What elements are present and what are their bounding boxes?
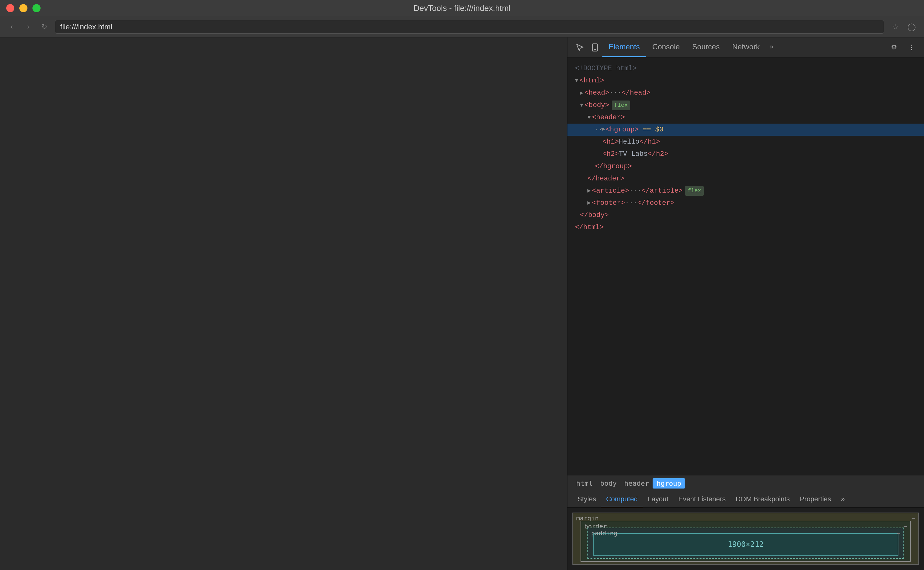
address-bar[interactable] [55, 20, 884, 34]
window-title: DevTools - file:///index.html [414, 3, 511, 13]
padding-label: padding [591, 529, 617, 537]
toolbar-icons: ☆ ◯ [889, 21, 918, 33]
forward-button[interactable]: › [23, 21, 34, 32]
dom-line-doctype[interactable]: <!DOCTYPE html> [567, 63, 924, 75]
dom-line-footer[interactable]: ▶ <footer> ··· </footer> [567, 197, 924, 209]
tab-styles[interactable]: Styles [573, 491, 601, 507]
tab-event-listeners[interactable]: Event Listeners [674, 491, 731, 507]
expand-arrow: ▼ [575, 76, 578, 85]
traffic-lights [6, 4, 41, 12]
main-content: Elements Console Sources Network » ⚙ ⋮ <… [0, 37, 924, 570]
body-badge: flex [612, 101, 630, 110]
article-badge: flex [685, 186, 703, 196]
expand-arrow: ▼ [587, 113, 591, 122]
tab-more[interactable]: » [766, 37, 777, 57]
dom-line-html-open[interactable]: ▼ <html> [567, 75, 924, 87]
devtools-panel: Elements Console Sources Network » ⚙ ⋮ <… [567, 37, 924, 570]
webpage-area [0, 37, 567, 570]
tab-sources[interactable]: Sources [686, 37, 726, 57]
box-model-area: margin − border − padding − 1900×212 [567, 507, 924, 570]
padding-dash: − [897, 529, 900, 537]
dom-line-header-close[interactable]: </header> [567, 173, 924, 185]
expand-arrow: ▶ [580, 89, 583, 98]
devtools-tabs: Elements Console Sources Network » [602, 37, 887, 57]
devtools-toolbar: Elements Console Sources Network » ⚙ ⋮ [567, 37, 924, 57]
inspect-element-button[interactable] [573, 40, 587, 55]
dom-line-hgroup[interactable]: ··· ▼ <hgroup> == $0 [567, 124, 924, 136]
settings-button[interactable]: ⚙ [887, 40, 901, 55]
tab-network[interactable]: Network [726, 37, 766, 57]
content-box: 1900×212 [593, 533, 898, 556]
breadcrumb-hgroup[interactable]: hgroup [653, 478, 685, 489]
tab-elements[interactable]: Elements [602, 37, 646, 57]
dom-line-hgroup-close[interactable]: </hgroup> [567, 161, 924, 173]
dom-line-body[interactable]: ▼ <body> flex [567, 99, 924, 112]
dots-indicator: ··· [595, 125, 601, 135]
breadcrumb-html[interactable]: html [573, 478, 596, 489]
tab-more-styles[interactable]: » [836, 491, 850, 507]
expand-arrow: ▼ [580, 101, 583, 110]
dom-line-h2[interactable]: <h2> TV Labs </h2> [567, 148, 924, 160]
close-button[interactable] [6, 4, 14, 12]
expand-arrow: ▶ [587, 186, 591, 195]
tab-console[interactable]: Console [646, 37, 686, 57]
profile-button[interactable]: ◯ [905, 21, 918, 33]
devtools-settings: ⚙ ⋮ [887, 40, 919, 55]
title-bar: DevTools - file:///index.html [0, 0, 924, 16]
content-size: 1900×212 [728, 540, 764, 549]
tab-layout[interactable]: Layout [643, 491, 673, 507]
maximize-button[interactable] [32, 4, 41, 12]
dom-line-h1[interactable]: <h1> Hello </h1> [567, 136, 924, 148]
tab-computed[interactable]: Computed [601, 491, 643, 507]
browser-toolbar: ‹ › ↻ ☆ ◯ [0, 16, 924, 37]
svg-rect-0 [593, 44, 597, 51]
breadcrumb-body[interactable]: body [596, 478, 620, 489]
expand-arrow: ▶ [587, 199, 591, 208]
bookmark-button[interactable]: ☆ [889, 21, 901, 33]
dom-line-header[interactable]: ▼ <header> [567, 112, 924, 124]
device-toolbar-button[interactable] [587, 40, 602, 55]
refresh-button[interactable]: ↻ [39, 21, 50, 32]
dom-tree[interactable]: <!DOCTYPE html> ▼ <html> ▶ <head> ··· </… [567, 57, 924, 475]
dom-line-head[interactable]: ▶ <head> ··· </head> [567, 87, 924, 99]
back-button[interactable]: ‹ [6, 21, 17, 32]
dom-line-article[interactable]: ▶ <article> ··· </article> flex [567, 185, 924, 197]
dom-line-body-close[interactable]: </body> [567, 209, 924, 221]
breadcrumb-bar: html body header hgroup [567, 475, 924, 491]
tab-properties[interactable]: Properties [795, 491, 836, 507]
svg-rect-1 [594, 49, 596, 50]
more-options-button[interactable]: ⋮ [904, 40, 919, 55]
breadcrumb-header[interactable]: header [620, 478, 653, 489]
styles-tabs: Styles Computed Layout Event Listeners D… [567, 491, 924, 507]
margin-dash: − [912, 515, 915, 522]
expand-arrow: ▼ [601, 125, 605, 134]
dom-line-html-close[interactable]: </html> [567, 221, 924, 233]
minimize-button[interactable] [19, 4, 27, 12]
tab-dom-breakpoints[interactable]: DOM Breakpoints [731, 491, 795, 507]
